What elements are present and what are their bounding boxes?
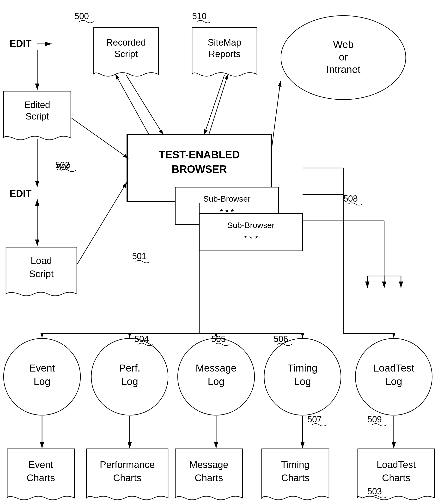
recorded-script-label: Recorded <box>106 37 146 48</box>
svg-text:Script: Script <box>114 49 138 59</box>
svg-text:Log: Log <box>34 376 50 387</box>
svg-line-44 <box>204 75 224 135</box>
svg-line-42 <box>126 75 163 135</box>
svg-text:Sub-Browser: Sub-Browser <box>203 194 251 203</box>
svg-line-46 <box>271 81 280 151</box>
ref-509: 509 <box>367 414 382 424</box>
svg-text:Charts: Charts <box>113 472 141 483</box>
svg-line-41 <box>77 182 127 264</box>
svg-text:Log: Log <box>121 376 138 387</box>
ref-503: 503 <box>367 486 382 496</box>
svg-text:Charts: Charts <box>281 472 310 483</box>
svg-text:Script: Script <box>29 269 54 279</box>
svg-text:LoadTest: LoadTest <box>373 362 414 374</box>
svg-line-43 <box>115 74 149 134</box>
ref-506: 506 <box>274 334 288 344</box>
sub-browser-2-shape <box>199 214 303 251</box>
edit-label-1: EDIT <box>10 38 32 49</box>
svg-text:Charts: Charts <box>382 472 410 483</box>
svg-text:* * *: * * * <box>244 234 258 243</box>
svg-text:Log: Log <box>208 376 224 387</box>
svg-text:Reports: Reports <box>208 49 240 59</box>
ref-505: 505 <box>211 334 226 344</box>
ref-501: 501 <box>132 251 147 261</box>
svg-text:Sub-Browser: Sub-Browser <box>227 220 275 230</box>
svg-text:TEST-ENABLED: TEST-ENABLED <box>159 149 240 161</box>
svg-text:BROWSER: BROWSER <box>172 163 227 175</box>
svg-text:Charts: Charts <box>195 472 223 483</box>
svg-text:Timing: Timing <box>281 459 310 470</box>
svg-text:Script: Script <box>25 111 49 122</box>
ref-508: 508 <box>343 194 358 203</box>
ref-500: 500 <box>74 11 89 21</box>
svg-text:Edited: Edited <box>24 100 50 110</box>
svg-text:Message: Message <box>196 362 237 374</box>
ref-504: 504 <box>134 334 149 344</box>
svg-text:Intranet: Intranet <box>326 64 361 75</box>
svg-text:Perf.: Perf. <box>119 362 140 374</box>
svg-text:Log: Log <box>294 376 311 387</box>
svg-text:or: or <box>339 51 348 63</box>
edit-label-2: EDIT <box>10 188 32 199</box>
svg-text:Log: Log <box>385 376 402 387</box>
svg-text:Charts: Charts <box>27 472 55 483</box>
svg-line-45 <box>209 74 228 134</box>
ref-502: 502 <box>55 160 70 170</box>
svg-text:Timing: Timing <box>288 362 317 374</box>
svg-text:Performance: Performance <box>100 459 155 470</box>
svg-text:Message: Message <box>189 459 228 470</box>
svg-text:Event: Event <box>29 459 53 470</box>
svg-text:SiteMap: SiteMap <box>208 37 241 48</box>
ref-507: 507 <box>307 414 322 424</box>
svg-text:LoadTest: LoadTest <box>377 459 416 470</box>
svg-text:Load: Load <box>31 255 52 266</box>
svg-text:Web: Web <box>333 39 354 50</box>
svg-line-40 <box>71 118 129 158</box>
ref-510: 510 <box>192 11 206 21</box>
svg-text:Event: Event <box>29 362 55 374</box>
